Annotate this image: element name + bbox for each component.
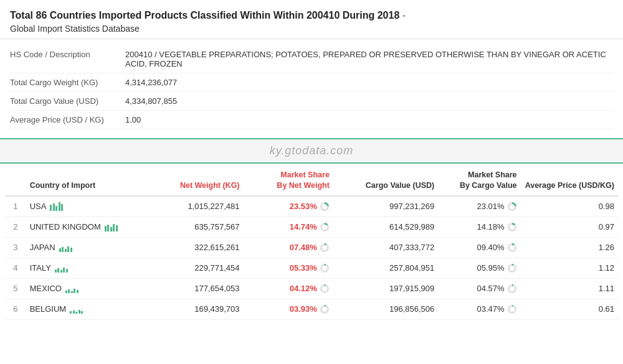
col-country: Country of Import	[26, 164, 146, 196]
svg-point-13	[322, 266, 327, 271]
svg-point-17	[322, 286, 327, 291]
row-number: 1	[5, 196, 26, 217]
mkt-cargo-cell: 04.57%	[438, 278, 520, 299]
mkt-cargo-pct: 23.01%	[477, 202, 504, 211]
mkt-net-pct: 23.53%	[290, 202, 317, 211]
value-label: Total Cargo Value (USD)	[10, 96, 125, 106]
net-weight-value: 169,439,703	[146, 299, 243, 319]
country-cell: UNITED KINGDOM	[26, 217, 146, 237]
pie-chart-icon	[320, 202, 330, 212]
pie-chart-icon	[320, 263, 330, 273]
pie-chart-icon	[507, 222, 517, 232]
main-title: Total 86 Countries Imported Products Cla…	[10, 9, 613, 22]
mkt-net-pct: 14.74%	[290, 222, 317, 231]
table-row: 4 ITALY 229,771,454 05.33% 257,8	[5, 258, 618, 278]
subtitle: Global Import Statistics Database	[10, 24, 613, 34]
mkt-cargo-cell: 05.95%	[438, 258, 520, 278]
cargo-value: 257,804,951	[333, 258, 438, 278]
bar-chart-icon[interactable]	[65, 284, 78, 293]
avg-row: Average Price (USD / KG) 1.00	[10, 111, 613, 129]
table-header-row: Country of Import Net Weight (KG) Market…	[5, 164, 618, 196]
avg-price-value: 1.26	[521, 237, 618, 258]
country-cell: JAPAN	[26, 237, 146, 258]
weight-row: Total Cargo Weight (KG) 4,314,236,077	[10, 73, 613, 92]
mkt-net-cell: 23.53%	[244, 196, 333, 217]
col-cargo-value: Cargo Value (USD)	[333, 164, 438, 196]
bar-chart-icon[interactable]	[55, 264, 68, 273]
data-table: Country of Import Net Weight (KG) Market…	[5, 164, 618, 320]
net-weight-value: 322,615,261	[146, 237, 243, 258]
avg-value: 1.00	[125, 115, 141, 124]
weight-label: Total Cargo Weight (KG)	[10, 78, 125, 87]
mkt-cargo-cell: 03.47%	[438, 299, 520, 319]
table-row: 1 USA 1,015,227,481 23.53% 997,2	[5, 196, 618, 217]
pie-chart-icon	[507, 263, 517, 273]
title-text: Total 86 Countries Imported Products Cla…	[10, 10, 399, 21]
bar-chart-icon[interactable]	[70, 305, 83, 314]
avg-label: Average Price (USD / KG)	[10, 115, 125, 124]
avg-price-value: 0.97	[521, 217, 618, 237]
mkt-cargo-pct: 09.40%	[477, 243, 504, 252]
pie-chart-icon	[320, 284, 330, 294]
watermark-text: ky.gtodata.com	[270, 144, 354, 157]
info-section: HS Code / Description 200410 / VEGETABLE…	[0, 39, 623, 129]
country-name: ITALY	[30, 263, 51, 273]
col-net-weight: Net Weight (KG)	[146, 164, 243, 196]
title-dash: -	[399, 10, 406, 21]
mkt-net-pct: 04.12%	[290, 284, 317, 293]
row-number: 6	[5, 299, 26, 319]
country-cell: ITALY	[26, 258, 146, 278]
svg-point-11	[510, 245, 515, 250]
bar-chart-icon[interactable]	[50, 202, 63, 211]
net-weight-value: 229,771,454	[146, 258, 243, 278]
col-mkt-net: Market ShareBy Net Weight	[244, 164, 333, 196]
pie-chart-icon	[320, 222, 330, 232]
mkt-cargo-cell: 09.40%	[438, 237, 520, 258]
hs-code-row: HS Code / Description 200410 / VEGETABLE…	[10, 45, 613, 73]
country-name: UNITED KINGDOM	[30, 222, 101, 231]
mkt-cargo-cell: 23.01%	[438, 196, 520, 217]
row-number: 2	[5, 217, 26, 237]
pie-chart-icon	[320, 243, 330, 253]
net-weight-value: 635,757,567	[146, 217, 243, 237]
country-cell: MEXICO	[26, 278, 146, 299]
table-row: 3 JAPAN 322,615,261 07.48% 407,3	[5, 237, 618, 258]
svg-point-9	[322, 245, 327, 250]
col-mkt-cargo: Market ShareBy Cargo Value	[438, 164, 520, 196]
row-number: 5	[5, 278, 26, 299]
country-cell: BELGIUM	[26, 299, 146, 319]
mkt-net-cell: 14.74%	[244, 217, 333, 237]
pie-chart-icon	[507, 304, 517, 314]
col-avg-price: Average Price (USD/KG)	[521, 164, 618, 196]
avg-price-value: 0.61	[521, 299, 618, 319]
mkt-cargo-pct: 03.47%	[477, 304, 504, 314]
bar-chart-icon[interactable]	[105, 223, 118, 231]
cargo-value: 196,856,506	[333, 299, 438, 319]
mkt-net-pct: 07.48%	[290, 243, 317, 252]
mkt-net-cell: 03.93%	[244, 299, 333, 319]
cargo-value: 407,333,772	[333, 237, 438, 258]
row-number: 4	[5, 258, 26, 278]
table-row: 5 MEXICO 177,654,053 04.12% 197,	[5, 278, 618, 299]
bar-chart-icon[interactable]	[59, 243, 72, 252]
svg-point-23	[510, 307, 515, 312]
country-name: MEXICO	[30, 284, 62, 293]
pie-chart-icon	[320, 304, 330, 314]
row-number: 3	[5, 237, 26, 258]
hs-value: 200410 / VEGETABLE PREPARATIONS; POTATOE…	[125, 50, 613, 68]
cargo-value: 997,231,269	[333, 196, 438, 217]
value-value: 4,334,807,855	[125, 96, 177, 106]
mkt-net-cell: 04.12%	[244, 278, 333, 299]
table-section: Country of Import Net Weight (KG) Market…	[0, 164, 623, 320]
mkt-cargo-pct: 14.18%	[477, 222, 504, 231]
svg-point-3	[510, 204, 515, 209]
svg-point-21	[322, 307, 327, 312]
mkt-net-pct: 03.93%	[290, 304, 317, 314]
svg-point-15	[510, 266, 515, 271]
svg-point-7	[510, 225, 515, 230]
pie-chart-icon	[507, 202, 517, 212]
mkt-cargo-cell: 14.18%	[438, 217, 520, 237]
header-section: Total 86 Countries Imported Products Cla…	[0, 0, 623, 39]
country-name: JAPAN	[30, 243, 55, 252]
net-weight-value: 177,654,053	[146, 278, 243, 299]
